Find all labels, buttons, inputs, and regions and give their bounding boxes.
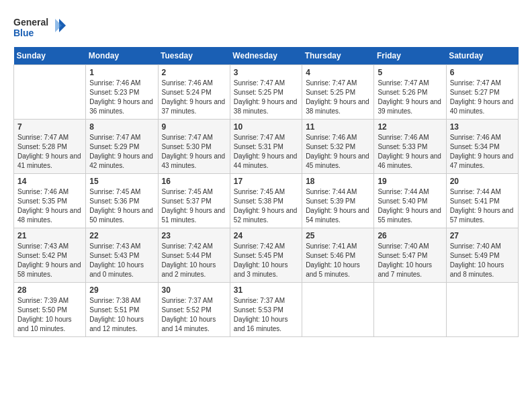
day-number: 16	[162, 177, 226, 186]
calendar-cell: 17Sunrise: 7:45 AMSunset: 5:38 PMDayligh…	[230, 174, 302, 228]
calendar-cell: 29Sunrise: 7:38 AMSunset: 5:51 PMDayligh…	[86, 283, 158, 337]
day-header-sunday: Sunday	[14, 47, 86, 65]
calendar-cell: 23Sunrise: 7:42 AMSunset: 5:44 PMDayligh…	[158, 228, 230, 283]
day-number: 26	[378, 231, 442, 240]
day-number: 2	[162, 68, 226, 77]
calendar-week-3: 14Sunrise: 7:46 AMSunset: 5:35 PMDayligh…	[14, 174, 519, 228]
day-number: 9	[162, 122, 226, 132]
day-info: Sunrise: 7:46 AMSunset: 5:23 PMDaylight:…	[89, 79, 154, 116]
day-number: 24	[234, 231, 298, 240]
day-header-thursday: Thursday	[302, 47, 374, 65]
calendar-cell: 20Sunrise: 7:44 AMSunset: 5:41 PMDayligh…	[446, 174, 518, 228]
header-row: SundayMondayTuesdayWednesdayThursdayFrid…	[14, 47, 519, 65]
calendar-week-4: 21Sunrise: 7:43 AMSunset: 5:42 PMDayligh…	[14, 228, 519, 283]
day-info: Sunrise: 7:42 AMSunset: 5:44 PMDaylight:…	[162, 242, 226, 279]
day-info: Sunrise: 7:46 AMSunset: 5:24 PMDaylight:…	[162, 79, 226, 116]
calendar-cell: 15Sunrise: 7:45 AMSunset: 5:36 PMDayligh…	[86, 174, 158, 228]
day-number: 18	[306, 177, 370, 186]
calendar-cell: 4Sunrise: 7:47 AMSunset: 5:25 PMDaylight…	[302, 65, 374, 120]
day-info: Sunrise: 7:46 AMSunset: 5:33 PMDaylight:…	[378, 133, 442, 171]
day-number: 6	[450, 68, 515, 77]
day-info: Sunrise: 7:39 AMSunset: 5:50 PMDaylight:…	[17, 296, 82, 334]
calendar-cell: 10Sunrise: 7:47 AMSunset: 5:31 PMDayligh…	[230, 120, 302, 174]
calendar-table: SundayMondayTuesdayWednesdayThursdayFrid…	[13, 47, 519, 337]
day-info: Sunrise: 7:43 AMSunset: 5:42 PMDaylight:…	[17, 242, 82, 279]
day-number: 20	[450, 177, 515, 186]
day-number: 29	[89, 285, 154, 295]
day-number: 5	[378, 68, 442, 77]
calendar-cell: 21Sunrise: 7:43 AMSunset: 5:42 PMDayligh…	[14, 228, 86, 283]
calendar-cell	[446, 283, 518, 337]
calendar-cell: 5Sunrise: 7:47 AMSunset: 5:26 PMDaylight…	[374, 65, 446, 120]
day-header-friday: Friday	[374, 47, 446, 65]
calendar-cell: 12Sunrise: 7:46 AMSunset: 5:33 PMDayligh…	[374, 120, 446, 174]
calendar-cell	[374, 283, 446, 337]
day-number: 31	[234, 285, 298, 295]
day-number: 17	[234, 177, 298, 186]
logo: General Blue	[13, 13, 67, 40]
day-number: 30	[162, 285, 226, 295]
calendar-cell: 11Sunrise: 7:46 AMSunset: 5:32 PMDayligh…	[302, 120, 374, 174]
calendar-cell: 30Sunrise: 7:37 AMSunset: 5:52 PMDayligh…	[158, 283, 230, 337]
day-info: Sunrise: 7:40 AMSunset: 5:47 PMDaylight:…	[378, 242, 442, 279]
calendar-cell: 9Sunrise: 7:47 AMSunset: 5:30 PMDaylight…	[158, 120, 230, 174]
day-info: Sunrise: 7:47 AMSunset: 5:28 PMDaylight:…	[17, 133, 82, 171]
calendar-cell: 27Sunrise: 7:40 AMSunset: 5:49 PMDayligh…	[446, 228, 518, 283]
calendar-cell: 22Sunrise: 7:43 AMSunset: 5:43 PMDayligh…	[86, 228, 158, 283]
day-info: Sunrise: 7:47 AMSunset: 5:30 PMDaylight:…	[162, 133, 226, 171]
day-info: Sunrise: 7:38 AMSunset: 5:51 PMDaylight:…	[89, 296, 154, 334]
calendar-cell: 8Sunrise: 7:47 AMSunset: 5:29 PMDaylight…	[86, 120, 158, 174]
day-info: Sunrise: 7:46 AMSunset: 5:35 PMDaylight:…	[17, 187, 82, 225]
day-header-tuesday: Tuesday	[158, 47, 230, 65]
day-header-monday: Monday	[86, 47, 158, 65]
day-number: 22	[89, 231, 154, 240]
calendar-cell: 19Sunrise: 7:44 AMSunset: 5:40 PMDayligh…	[374, 174, 446, 228]
calendar-cell: 1Sunrise: 7:46 AMSunset: 5:23 PMDaylight…	[86, 65, 158, 120]
day-info: Sunrise: 7:45 AMSunset: 5:38 PMDaylight:…	[234, 187, 298, 225]
day-header-saturday: Saturday	[446, 47, 518, 65]
day-header-wednesday: Wednesday	[230, 47, 302, 65]
day-info: Sunrise: 7:44 AMSunset: 5:40 PMDaylight:…	[378, 187, 442, 225]
day-number: 23	[162, 231, 226, 240]
day-info: Sunrise: 7:45 AMSunset: 5:36 PMDaylight:…	[89, 187, 154, 225]
day-number: 11	[306, 122, 370, 132]
calendar-cell: 18Sunrise: 7:44 AMSunset: 5:39 PMDayligh…	[302, 174, 374, 228]
day-info: Sunrise: 7:47 AMSunset: 5:31 PMDaylight:…	[234, 133, 298, 171]
day-number: 28	[17, 285, 82, 295]
day-info: Sunrise: 7:37 AMSunset: 5:53 PMDaylight:…	[234, 296, 298, 334]
calendar-cell: 3Sunrise: 7:47 AMSunset: 5:25 PMDaylight…	[230, 65, 302, 120]
day-info: Sunrise: 7:45 AMSunset: 5:37 PMDaylight:…	[162, 187, 226, 225]
day-info: Sunrise: 7:41 AMSunset: 5:46 PMDaylight:…	[306, 242, 370, 279]
calendar-cell: 31Sunrise: 7:37 AMSunset: 5:53 PMDayligh…	[230, 283, 302, 337]
day-number: 1	[89, 68, 154, 77]
day-info: Sunrise: 7:40 AMSunset: 5:49 PMDaylight:…	[450, 242, 515, 279]
day-info: Sunrise: 7:47 AMSunset: 5:25 PMDaylight:…	[234, 79, 298, 116]
day-number: 19	[378, 177, 442, 186]
calendar-cell: 26Sunrise: 7:40 AMSunset: 5:47 PMDayligh…	[374, 228, 446, 283]
calendar-week-1: 1Sunrise: 7:46 AMSunset: 5:23 PMDaylight…	[14, 65, 519, 120]
day-number: 14	[17, 177, 82, 186]
day-number: 12	[378, 122, 442, 132]
day-number: 13	[450, 122, 515, 132]
day-number: 4	[306, 68, 370, 77]
day-number: 27	[450, 231, 515, 240]
day-number: 3	[234, 68, 298, 77]
calendar-cell: 7Sunrise: 7:47 AMSunset: 5:28 PMDaylight…	[14, 120, 86, 174]
calendar-cell	[302, 283, 374, 337]
day-number: 21	[17, 231, 82, 240]
calendar-cell: 2Sunrise: 7:46 AMSunset: 5:24 PMDaylight…	[158, 65, 230, 120]
calendar-cell: 25Sunrise: 7:41 AMSunset: 5:46 PMDayligh…	[302, 228, 374, 283]
day-number: 15	[89, 177, 154, 186]
day-info: Sunrise: 7:43 AMSunset: 5:43 PMDaylight:…	[89, 242, 154, 279]
svg-text:Blue: Blue	[13, 28, 34, 38]
calendar-cell: 24Sunrise: 7:42 AMSunset: 5:45 PMDayligh…	[230, 228, 302, 283]
calendar-cell: 6Sunrise: 7:47 AMSunset: 5:27 PMDaylight…	[446, 65, 518, 120]
day-info: Sunrise: 7:37 AMSunset: 5:52 PMDaylight:…	[162, 296, 226, 334]
day-info: Sunrise: 7:47 AMSunset: 5:25 PMDaylight:…	[306, 79, 370, 116]
page-header: General Blue	[13, 13, 519, 40]
day-info: Sunrise: 7:46 AMSunset: 5:32 PMDaylight:…	[306, 133, 370, 171]
calendar-cell: 14Sunrise: 7:46 AMSunset: 5:35 PMDayligh…	[14, 174, 86, 228]
day-info: Sunrise: 7:47 AMSunset: 5:27 PMDaylight:…	[450, 79, 515, 116]
day-info: Sunrise: 7:46 AMSunset: 5:34 PMDaylight:…	[450, 133, 515, 171]
day-info: Sunrise: 7:42 AMSunset: 5:45 PMDaylight:…	[234, 242, 298, 279]
